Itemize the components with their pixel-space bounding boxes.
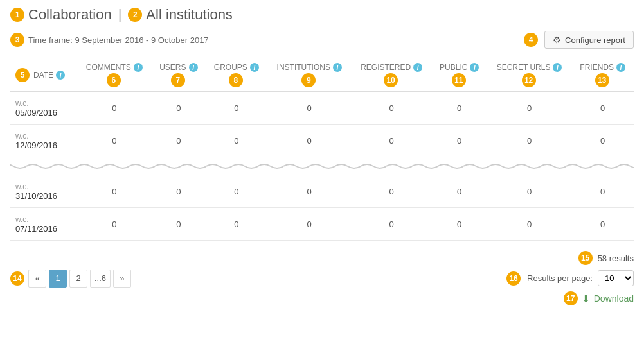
download-icon: ⬇ xyxy=(582,293,590,305)
col-friends-label: FRIENDS xyxy=(580,63,614,72)
col-groups: GROUPS i 8 xyxy=(206,59,267,92)
col-comments: COMMENTS i 6 xyxy=(77,59,152,92)
cell-secret-urls: 0 xyxy=(487,125,571,157)
cell-users: 0 xyxy=(152,208,206,241)
public-info-icon[interactable]: i xyxy=(470,63,479,72)
cell-date: w.c. 12/09/2016 xyxy=(10,125,77,157)
cell-comments: 0 xyxy=(77,175,152,208)
timeframe-section: 3 Time frame: 9 September 2016 - 9 Octob… xyxy=(10,33,209,47)
cell-institutions: 0 xyxy=(267,125,352,157)
cell-groups: 0 xyxy=(206,92,267,125)
cell-users: 0 xyxy=(152,125,206,157)
table-row: w.c. 05/09/2016 0 0 0 0 0 0 0 0 xyxy=(10,92,634,125)
timeframe-label: Time frame: 9 September 2016 - 9 October… xyxy=(28,35,209,45)
table-row: w.c. 07/11/2016 0 0 0 0 0 0 0 0 xyxy=(10,208,634,241)
cell-date: w.c. 05/09/2016 xyxy=(10,92,77,125)
cell-date: w.c. 07/11/2016 xyxy=(10,208,77,241)
cell-groups: 0 xyxy=(206,175,267,208)
badge-17: 17 xyxy=(564,291,578,305)
cell-public: 0 xyxy=(432,175,487,208)
badge-4: 4 xyxy=(524,33,538,47)
registered-info-icon[interactable]: i xyxy=(413,63,422,72)
badge-15: 15 xyxy=(578,251,593,265)
col-date-label: DATE xyxy=(33,71,53,80)
cell-groups: 0 xyxy=(206,125,267,157)
col-registered: REGISTERED i 10 xyxy=(352,59,432,92)
results-per-page-label: Results per page: xyxy=(527,273,593,283)
cell-public: 0 xyxy=(432,208,487,241)
bottom-right: 15 58 results 16 Results per page: 10 25… xyxy=(506,251,634,305)
download-button[interactable]: ⬇ Download xyxy=(582,293,634,305)
badge-12: 12 xyxy=(522,73,536,87)
table-row: w.c. 12/09/2016 0 0 0 0 0 0 0 0 xyxy=(10,125,634,157)
page-ellipsis-button[interactable]: ...6 xyxy=(90,270,111,288)
col-institutions: INSTITUTIONS i 9 xyxy=(267,59,352,92)
cell-groups: 0 xyxy=(206,208,267,241)
col-groups-label: GROUPS xyxy=(214,63,247,72)
cell-institutions: 0 xyxy=(267,92,352,125)
col-users-label: USERS xyxy=(159,63,186,72)
table-row: w.c. 31/10/2016 0 0 0 0 0 0 0 0 xyxy=(10,175,634,208)
col-friends: FRIENDS i 13 xyxy=(571,59,634,92)
col-secret-urls: SECRET URLS i 12 xyxy=(487,59,571,92)
cell-registered: 0 xyxy=(352,92,432,125)
col-secret-urls-label: SECRET URLS xyxy=(497,63,551,72)
pagination: 14 « 1 2 ...6 » xyxy=(10,270,131,288)
cell-public: 0 xyxy=(432,92,487,125)
institutions-info-icon[interactable]: i xyxy=(333,63,342,72)
secret-urls-info-icon[interactable]: i xyxy=(553,63,562,72)
configure-report-label: Configure report xyxy=(565,35,625,45)
groups-info-icon[interactable]: i xyxy=(250,63,259,72)
date-info-icon[interactable]: i xyxy=(56,71,65,80)
cell-users: 0 xyxy=(152,175,206,208)
cell-friends: 0 xyxy=(571,208,634,241)
gear-icon: ⚙ xyxy=(553,35,561,45)
col-public-label: PUBLIC xyxy=(440,63,467,72)
col-comments-label: COMMENTS xyxy=(86,63,131,72)
results-count-label: 58 results xyxy=(598,254,634,263)
cell-comments: 0 xyxy=(77,208,152,241)
badge-5: 5 xyxy=(15,68,30,82)
badge-7: 7 xyxy=(171,73,185,87)
cell-secret-urls: 0 xyxy=(487,92,571,125)
download-label: Download xyxy=(594,293,634,304)
badge-2: 2 xyxy=(128,8,142,22)
page-title: 1 Collaboration | 2 All institutions xyxy=(10,6,634,23)
badge-13: 13 xyxy=(595,73,609,87)
wave-separator xyxy=(10,157,634,175)
cell-date: w.c. 31/10/2016 xyxy=(10,175,77,208)
badge-10: 10 xyxy=(384,73,398,87)
badge-6: 6 xyxy=(107,73,121,87)
results-per-page: 16 Results per page: 10 25 50 100 xyxy=(506,270,634,286)
friends-info-icon[interactable]: i xyxy=(616,63,625,72)
col-public: PUBLIC i 11 xyxy=(432,59,487,92)
cell-public: 0 xyxy=(432,125,487,157)
cell-friends: 0 xyxy=(571,92,634,125)
page-prev-button[interactable]: « xyxy=(28,270,46,288)
page-next-button[interactable]: » xyxy=(113,270,131,288)
page-2-button[interactable]: 2 xyxy=(69,270,87,288)
timeframe-row: 3 Time frame: 9 September 2016 - 9 Octob… xyxy=(10,31,634,49)
comments-info-icon[interactable]: i xyxy=(134,63,143,72)
badge-8: 8 xyxy=(229,73,243,87)
cell-institutions: 0 xyxy=(267,208,352,241)
results-per-page-select[interactable]: 10 25 50 100 xyxy=(598,270,634,286)
configure-report-button[interactable]: ⚙ Configure report xyxy=(544,31,634,49)
badge-1: 1 xyxy=(10,8,24,22)
col-users: USERS i 7 xyxy=(152,59,206,92)
cell-secret-urls: 0 xyxy=(487,175,571,208)
data-table: 5 DATE i COMMENTS i 6 USERS i xyxy=(10,59,634,241)
users-info-icon[interactable]: i xyxy=(189,63,198,72)
results-count: 15 58 results xyxy=(578,251,634,265)
page-1-button[interactable]: 1 xyxy=(49,270,67,288)
col-registered-label: REGISTERED xyxy=(361,63,411,72)
title-separator: | xyxy=(118,6,122,23)
badge-9: 9 xyxy=(301,73,316,87)
badge-14: 14 xyxy=(10,271,24,286)
cell-registered: 0 xyxy=(352,175,432,208)
badge-16: 16 xyxy=(506,271,521,286)
bottom-bar: 14 « 1 2 ...6 » 15 58 results 16 Results… xyxy=(10,251,634,305)
cell-friends: 0 xyxy=(571,175,634,208)
badge-11: 11 xyxy=(452,73,466,87)
cell-comments: 0 xyxy=(77,125,152,157)
